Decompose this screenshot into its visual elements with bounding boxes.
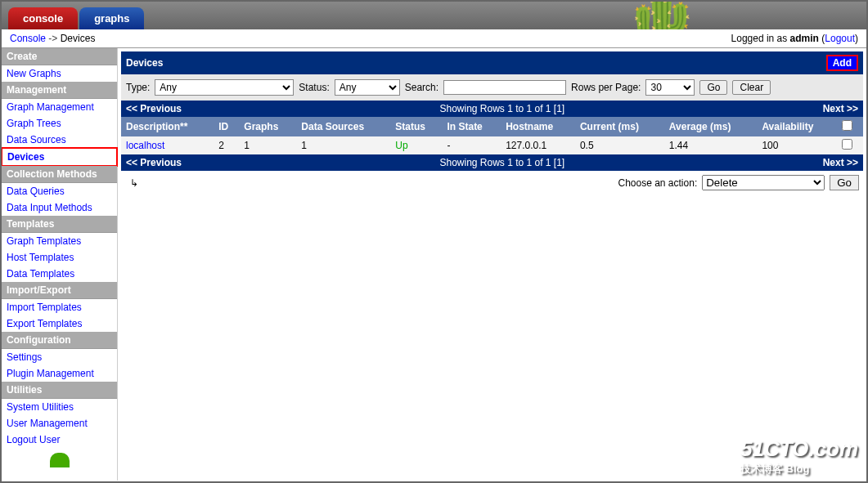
watermark-main: 51CTO.com [740,436,858,461]
logo-cactus: 🌵 [621,2,703,29]
cell-description: localhost [121,136,214,154]
table-row: localhost211Up-127.0.0.10.51.44100 [121,136,863,154]
breadcrumb-console[interactable]: Console [10,33,46,44]
sidebar-item-data-queries[interactable]: Data Queries [2,183,117,199]
sidebar-item-data-input-methods[interactable]: Data Input Methods [2,199,117,216]
row-checkbox[interactable] [842,139,852,150]
col-checkbox [837,117,863,136]
sidebar-item-export-templates[interactable]: Export Templates [2,315,117,332]
sidebar: CreateNew GraphsManagementGraph Manageme… [2,48,118,481]
add-button[interactable]: Add [826,55,858,71]
sidebar-item-host-templates[interactable]: Host Templates [2,249,117,266]
action-row: ↳ Choose an action: Delete [121,171,863,195]
sidebar-item-plugin-management[interactable]: Plugin Management [2,365,117,382]
select-all-checkbox[interactable] [842,120,852,131]
cell-status: Up [390,136,442,154]
content: Devices Add Type: Any Status: Any Search… [118,48,866,481]
action-select[interactable]: Delete [702,175,825,190]
col-3[interactable]: Data Sources [296,117,390,136]
col-7[interactable]: Current (ms) [575,117,664,136]
cell-hostname: 127.0.0.1 [501,136,575,154]
sidebar-header-import-export: Import/Export [2,282,117,299]
col-4[interactable]: Status [390,117,442,136]
cell-average: 1.44 [664,136,758,154]
corner-icon: ↳ [125,177,138,189]
col-2[interactable]: Graphs [239,117,296,136]
status-label: Status: [299,82,329,93]
pager-top: << Previous Showing Rows 1 to 1 of 1 [1]… [121,101,863,117]
col-8[interactable]: Average (ms) [664,117,758,136]
devices-table: Description**IDGraphsData SourcesStatusI… [121,117,863,154]
action-go-button[interactable] [830,175,859,190]
filter-toolbar: Type: Any Status: Any Search: Rows per P… [121,74,863,101]
device-link[interactable]: localhost [126,140,164,151]
breadcrumb-current: Devices [61,33,96,44]
logout-link[interactable]: Logout [825,33,855,44]
sidebar-item-graph-management[interactable]: Graph Management [2,99,117,115]
panel-title: Devices [126,57,163,69]
rpp-select[interactable]: 30 [645,79,695,96]
cell-availability: 100 [757,136,836,154]
tab-console[interactable]: console [8,7,78,29]
sidebar-item-new-graphs[interactable]: New Graphs [2,65,117,82]
action-label: Choose an action: [618,177,697,189]
sidebar-item-graph-templates[interactable]: Graph Templates [2,233,117,249]
type-label: Type: [126,82,150,93]
pager-info: Showing Rows 1 to 1 of 1 [1] [439,103,564,114]
cell-id: 2 [214,136,239,154]
login-user: admin [790,33,819,44]
sidebar-header-utilities: Utilities [2,382,117,399]
search-label: Search: [405,82,438,93]
cell-in-state: - [442,136,501,154]
sidebar-header-configuration: Configuration [2,332,117,349]
clear-button[interactable] [732,80,771,95]
col-0[interactable]: Description** [121,117,214,136]
next-link[interactable]: Next >> [823,103,858,114]
panel-header: Devices Add [121,51,863,74]
sidebar-header-management: Management [2,82,117,99]
breadcrumb: Console -> Devices Logged in as admin (L… [2,29,866,48]
sidebar-item-settings[interactable]: Settings [2,349,117,365]
pager-info-bottom: Showing Rows 1 to 1 of 1 [1] [439,157,564,168]
pager-bottom: << Previous Showing Rows 1 to 1 of 1 [1]… [121,154,863,171]
col-5[interactable]: In State [442,117,501,136]
sidebar-item-graph-trees[interactable]: Graph Trees [2,115,117,132]
sidebar-header-create: Create [2,48,117,65]
type-select[interactable]: Any [155,79,294,96]
go-button[interactable] [699,80,727,95]
watermark: 51CTO.com 技术博客 Blog [740,436,858,476]
status-select[interactable]: Any [335,79,400,96]
col-1[interactable]: ID [214,117,239,136]
sidebar-item-import-templates[interactable]: Import Templates [2,299,117,315]
sidebar-item-data-sources[interactable]: Data Sources [2,132,117,148]
tab-graphs[interactable]: graphs [79,7,144,29]
sidebar-logo [2,448,117,464]
prev-link-bottom[interactable]: << Previous [126,157,182,168]
sidebar-header-collection-methods: Collection Methods [2,166,117,183]
prev-link[interactable]: << Previous [126,103,182,114]
next-link-bottom[interactable]: Next >> [823,157,858,168]
watermark-sub: 技术博客 Blog [740,462,858,476]
col-9[interactable]: Availability [757,117,836,136]
cell-graphs: 1 [239,136,296,154]
rpp-label: Rows per Page: [571,82,641,93]
sidebar-item-devices[interactable]: Devices [1,147,118,167]
sidebar-header-templates: Templates [2,216,117,233]
cell-current: 0.5 [575,136,664,154]
sidebar-item-data-templates[interactable]: Data Templates [2,266,117,282]
breadcrumb-sep: -> [46,33,61,44]
sidebar-item-system-utilities[interactable]: System Utilities [2,399,117,415]
login-text: Logged in as [731,33,790,44]
cell-checkbox [837,136,863,154]
sidebar-item-logout-user[interactable]: Logout User [2,432,117,448]
col-6[interactable]: Hostname [501,117,575,136]
sidebar-item-user-management[interactable]: User Management [2,415,117,432]
login-info: Logged in as admin (Logout) [731,33,858,44]
top-tabs: console graphs 🌵 [2,2,866,29]
cell-data-sources: 1 [296,136,390,154]
search-input[interactable] [443,80,566,95]
